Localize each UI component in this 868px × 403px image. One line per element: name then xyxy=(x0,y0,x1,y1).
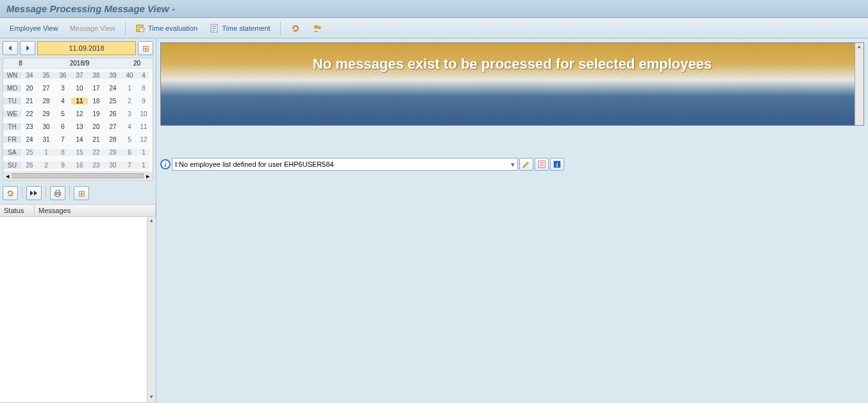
calendar-body: MO2027310172418TU2128411182529WE22295121… xyxy=(3,81,153,171)
col-messages[interactable]: Messages xyxy=(35,205,156,216)
scroll-down-icon[interactable]: ▾ xyxy=(147,393,156,402)
calendar-day[interactable]: 9 xyxy=(54,162,71,169)
page-title: Message Processing Message View - xyxy=(6,3,175,14)
calendar-day[interactable]: 24 xyxy=(104,85,121,92)
calendar-day[interactable]: 8 xyxy=(138,85,149,92)
calendar-day[interactable]: 31 xyxy=(38,136,54,143)
calendar-day[interactable]: 24 xyxy=(21,136,38,143)
calendar-day[interactable]: 12 xyxy=(71,110,88,117)
edit-icon xyxy=(522,160,531,169)
calendar-day[interactable]: 3 xyxy=(54,85,71,92)
calendar-day[interactable]: 26 xyxy=(21,162,38,169)
calendar-day[interactable]: 28 xyxy=(104,136,121,143)
tool-refresh-button[interactable] xyxy=(3,186,18,200)
table-scrollbar[interactable]: ▴ ▾ xyxy=(147,217,156,402)
calendar-day[interactable]: 25 xyxy=(21,149,38,156)
calendar-day[interactable]: 25 xyxy=(104,98,121,105)
calendar-day[interactable]: 7 xyxy=(54,136,71,143)
scroll-up-icon[interactable]: ▴ xyxy=(147,217,156,226)
calendar-day[interactable]: 16 xyxy=(71,162,88,169)
calendar-day[interactable]: 10 xyxy=(138,110,149,117)
calendar-day[interactable]: 5 xyxy=(121,136,138,143)
banner: No messages exist to be processed for se… xyxy=(160,42,864,126)
calendar-day[interactable]: 27 xyxy=(38,85,54,92)
toolbar-refresh-button[interactable] xyxy=(286,21,305,35)
calendar-day[interactable]: 29 xyxy=(38,110,54,117)
calendar-day[interactable]: 9 xyxy=(138,98,149,105)
calendar-day[interactable]: 1 xyxy=(138,149,149,156)
employee-view-button[interactable]: Employee View xyxy=(5,22,63,34)
calendar-widget: 8 2018/9 20 WN 34 35 36 37 38 39 40 4 MO… xyxy=(3,58,153,181)
calendar-day[interactable]: 26 xyxy=(104,110,121,117)
tool-print-button[interactable] xyxy=(50,186,65,200)
calendar-day[interactable]: 21 xyxy=(88,136,104,143)
time-evaluation-button[interactable]: Time evaluation xyxy=(131,21,202,35)
status-tool-2-button[interactable] xyxy=(535,158,549,171)
arrow-left-icon xyxy=(6,44,14,52)
day-name: SA xyxy=(3,149,21,156)
calendar-day[interactable]: 27 xyxy=(104,123,121,130)
scroll-thumb[interactable] xyxy=(12,173,144,178)
calendar-day[interactable]: 11 xyxy=(138,123,149,130)
calendar-day[interactable]: 23 xyxy=(21,123,38,130)
calendar-day[interactable]: 22 xyxy=(88,149,104,156)
calendar-day[interactable]: 2 xyxy=(38,162,54,169)
calendar-day[interactable]: 8 xyxy=(54,149,71,156)
time-statement-button[interactable]: Time statement xyxy=(204,21,274,35)
calendar-scrollbar[interactable]: ◂ ▸ xyxy=(3,171,153,180)
status-message-dropdown[interactable]: I:No employee list defined for user EHP6… xyxy=(172,158,518,171)
calendar-day[interactable]: 10 xyxy=(71,85,88,92)
calendar-day[interactable]: 21 xyxy=(21,98,38,105)
tool-layout-button[interactable] xyxy=(74,186,89,200)
calendar-row: TU2128411182529 xyxy=(3,94,153,107)
scroll-right-icon[interactable]: ▸ xyxy=(146,172,150,180)
calendar-day[interactable]: 4 xyxy=(121,123,138,130)
tool-ff-button[interactable] xyxy=(26,186,42,200)
calendar-day[interactable]: 23 xyxy=(88,162,104,169)
calendar-day[interactable]: 20 xyxy=(21,85,38,92)
scroll-left-icon[interactable]: ◂ xyxy=(6,172,10,180)
calendar-day[interactable]: 13 xyxy=(71,123,88,130)
date-prev-button[interactable] xyxy=(3,41,18,55)
calendar-day[interactable]: 29 xyxy=(104,149,121,156)
dropdown-icon[interactable]: ▾ xyxy=(511,160,515,169)
calendar-day[interactable]: 7 xyxy=(121,162,138,169)
status-tool-3-button[interactable]: i xyxy=(550,158,564,171)
calendar-day[interactable]: 17 xyxy=(88,85,104,92)
calendar-day[interactable]: 1 xyxy=(121,85,138,92)
calendar-day[interactable]: 1 xyxy=(38,149,54,156)
calendar-day[interactable]: 1 xyxy=(138,162,149,169)
calendar-day[interactable]: 6 xyxy=(54,123,71,130)
calendar-day[interactable]: 6 xyxy=(121,149,138,156)
calendar-day[interactable]: 22 xyxy=(21,110,38,117)
calendar-day[interactable]: 18 xyxy=(88,98,104,105)
calendar-day[interactable]: 4 xyxy=(54,98,71,105)
calendar-row: TH23306132027411 xyxy=(3,120,153,133)
arrow-right-icon xyxy=(24,44,31,52)
date-next-button[interactable] xyxy=(20,41,35,55)
separator xyxy=(46,186,46,199)
calendar-day[interactable]: 2 xyxy=(121,98,138,105)
calendar-day[interactable]: 19 xyxy=(88,110,104,117)
day-name: WE xyxy=(3,110,21,117)
col-status[interactable]: Status xyxy=(0,205,35,216)
banner-scrollbar[interactable]: ▴ xyxy=(855,43,864,125)
calendar-day[interactable]: 12 xyxy=(138,136,149,143)
status-tool-1-button[interactable] xyxy=(519,158,533,171)
calendar-day[interactable]: 14 xyxy=(71,136,88,143)
calendar-day[interactable]: 3 xyxy=(121,110,138,117)
day-name: TH xyxy=(3,123,21,130)
date-picker-button[interactable] xyxy=(138,41,153,55)
current-date-field[interactable]: 11.09.2018 xyxy=(37,41,136,55)
calendar-day[interactable]: 5 xyxy=(54,110,71,117)
week-num: 36 xyxy=(54,72,71,79)
scroll-up-icon[interactable]: ▴ xyxy=(855,43,864,52)
calendar-day[interactable]: 20 xyxy=(88,123,104,130)
toolbar-people-button[interactable] xyxy=(308,21,327,35)
calendar-day[interactable]: 30 xyxy=(104,162,121,169)
calendar-row: FR24317142128512 xyxy=(3,133,153,146)
calendar-day[interactable]: 11 xyxy=(71,98,88,105)
calendar-day[interactable]: 28 xyxy=(38,98,54,105)
calendar-day[interactable]: 15 xyxy=(71,149,88,156)
calendar-day[interactable]: 30 xyxy=(38,123,54,130)
